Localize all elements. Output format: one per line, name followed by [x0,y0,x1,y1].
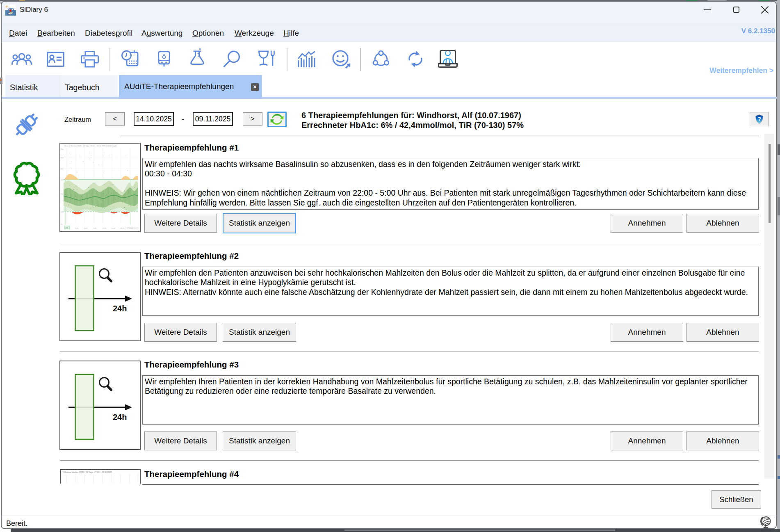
svg-text:200: 200 [61,179,64,181]
svg-text:© SINOVO health: © SINOVO health [125,227,138,229]
svg-text:?: ? [757,116,761,122]
svg-text:24h: 24h [113,413,127,422]
svg-text:TiR: TiR [65,227,68,229]
svg-text:Glukose Median (IQR) - 14 Tage: Glukose Median (IQR) - 14 Tage: 27.10. -… [64,145,117,147]
svg-text:50: 50 [61,223,63,225]
svg-text:12:00: 12:00 [102,227,107,229]
svg-text:3:00: 3:00 [75,227,79,229]
svg-text:24h: 24h [113,304,127,313]
svg-text:350: 350 [61,148,64,150]
svg-text:15:00: 15:00 [111,227,116,229]
svg-text:6:00: 6:00 [84,227,88,229]
svg-text:9:00: 9:00 [93,227,97,229]
svg-text:150: 150 [61,193,64,195]
svg-text:100: 100 [61,211,64,213]
svg-text:300: 300 [61,157,64,159]
svg-text:18:00: 18:00 [120,227,125,229]
svg-text:250: 250 [61,168,64,170]
svg-text:Glukose Median (IQR) - 14 Tage: Glukose Median (IQR) - 14 Tage: 27.10. -… [64,471,112,473]
